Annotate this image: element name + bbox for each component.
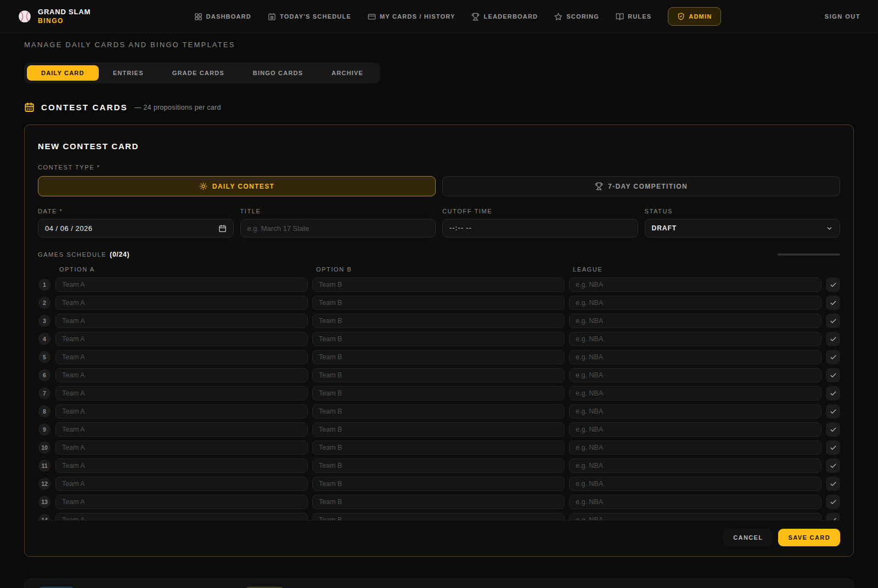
confirm-row-button[interactable] xyxy=(826,296,840,310)
confirm-row-button[interactable] xyxy=(826,350,840,364)
confirm-row-button[interactable] xyxy=(826,459,840,473)
option-a-input[interactable] xyxy=(55,296,308,310)
option-b-input[interactable] xyxy=(312,332,565,346)
tab-grade-cards[interactable]: GRADE CARDS xyxy=(158,65,239,81)
sun-icon xyxy=(199,182,207,190)
cutoff-time-input[interactable]: --:-- -- xyxy=(442,219,638,238)
tab-archive[interactable]: ARCHIVE xyxy=(317,65,378,81)
league-input[interactable] xyxy=(569,422,821,437)
check-icon xyxy=(830,336,837,343)
check-icon xyxy=(830,462,837,470)
calendar-icon xyxy=(24,102,35,112)
league-input[interactable] xyxy=(569,332,821,346)
option-a-input[interactable] xyxy=(55,422,308,437)
confirm-row-button[interactable] xyxy=(826,278,840,292)
date-input[interactable]: 04 / 06 / 2026 xyxy=(38,219,234,238)
option-a-input[interactable] xyxy=(55,314,308,328)
tab-bingo-cards[interactable]: BINGO CARDS xyxy=(239,65,317,81)
option-b-input[interactable] xyxy=(312,459,565,473)
schedule-row: 7 xyxy=(38,386,840,400)
schedule-rows-list[interactable]: 1 2 3 xyxy=(38,278,840,520)
option-b-input[interactable] xyxy=(312,513,565,520)
league-input[interactable] xyxy=(569,440,821,455)
option-b-input[interactable] xyxy=(312,495,565,509)
league-input[interactable] xyxy=(569,368,821,382)
brand-name-top: GRAND SLAM xyxy=(38,8,91,16)
section-header: CONTEST CARDS — 24 propositions per card xyxy=(24,102,854,112)
schedule-row: 3 xyxy=(38,314,840,328)
option-b-input[interactable] xyxy=(312,296,565,310)
confirm-row-button[interactable] xyxy=(826,513,840,520)
nav-todays-schedule[interactable]: TODAY'S SCHEDULE xyxy=(268,13,351,21)
option-a-input[interactable] xyxy=(55,350,308,364)
nav-rules[interactable]: RULES xyxy=(616,13,651,21)
option-b-input[interactable] xyxy=(312,350,565,364)
option-b-input[interactable] xyxy=(312,422,565,437)
row-number-badge: 14 xyxy=(38,514,50,520)
league-input[interactable] xyxy=(569,314,821,328)
option-a-input[interactable] xyxy=(55,404,308,419)
option-a-input[interactable] xyxy=(55,440,308,455)
option-a-input[interactable] xyxy=(55,278,308,292)
option-a-input[interactable] xyxy=(55,459,308,473)
calendar-icon[interactable] xyxy=(218,224,227,233)
league-input[interactable] xyxy=(569,495,821,509)
tab-entries[interactable]: ENTRIES xyxy=(99,65,158,81)
nav-leaderboard[interactable]: LEADERBOARD xyxy=(471,13,538,21)
league-input[interactable] xyxy=(569,477,821,491)
contest-type-daily-button[interactable]: DAILY CONTEST xyxy=(38,176,436,196)
shield-check-icon xyxy=(677,13,685,20)
save-card-button[interactable]: SAVE CARD xyxy=(778,529,840,546)
nav-admin[interactable]: ADMIN xyxy=(668,7,721,26)
existing-contest-card[interactable]: DAILY CARD FOR APRIL 6, 2026 DRAFT xyxy=(24,579,854,588)
nav-scoring[interactable]: SCORING xyxy=(554,13,599,21)
sign-out-button[interactable]: SIGN OUT xyxy=(825,13,860,20)
row-number-badge: 12 xyxy=(38,478,50,490)
option-a-input[interactable] xyxy=(55,332,308,346)
league-input[interactable] xyxy=(569,350,821,364)
option-b-input[interactable] xyxy=(312,440,565,455)
league-input[interactable] xyxy=(569,386,821,400)
nav-dashboard[interactable]: DASHBOARD xyxy=(194,13,251,21)
option-a-input[interactable] xyxy=(55,513,308,520)
option-a-input[interactable] xyxy=(55,495,308,509)
option-a-input[interactable] xyxy=(55,386,308,400)
league-input[interactable] xyxy=(569,459,821,473)
option-b-input[interactable] xyxy=(312,278,565,292)
option-b-input[interactable] xyxy=(312,477,565,491)
option-b-input[interactable] xyxy=(312,314,565,328)
confirm-row-button[interactable] xyxy=(826,386,840,400)
status-select[interactable]: DRAFT xyxy=(645,219,841,238)
option-b-input[interactable] xyxy=(312,368,565,382)
row-number-badge: 10 xyxy=(38,442,50,454)
league-input[interactable] xyxy=(569,513,821,520)
league-input[interactable] xyxy=(569,296,821,310)
nav-my-cards[interactable]: MY CARDS / HISTORY xyxy=(368,13,455,21)
confirm-row-button[interactable] xyxy=(826,368,840,382)
confirm-row-button[interactable] xyxy=(826,495,840,509)
option-a-input[interactable] xyxy=(55,368,308,382)
option-b-input[interactable] xyxy=(312,404,565,419)
confirm-row-button[interactable] xyxy=(826,314,840,328)
confirm-row-button[interactable] xyxy=(826,440,840,455)
league-input[interactable] xyxy=(569,404,821,419)
row-number-badge: 4 xyxy=(38,333,50,345)
row-number-badge: 1 xyxy=(38,279,50,291)
contest-type-week-button[interactable]: 7-DAY COMPETITION xyxy=(442,176,840,196)
brand-logo[interactable]: GRAND SLAM BINGO xyxy=(18,8,91,25)
confirm-row-button[interactable] xyxy=(826,404,840,419)
confirm-row-button[interactable] xyxy=(826,422,840,437)
title-input[interactable] xyxy=(240,219,436,238)
option-b-input[interactable] xyxy=(312,386,565,400)
row-number-badge: 6 xyxy=(38,369,50,381)
league-input[interactable] xyxy=(569,278,821,292)
trophy-icon xyxy=(595,182,603,190)
option-a-input[interactable] xyxy=(55,477,308,491)
confirm-row-button[interactable] xyxy=(826,477,840,491)
tab-daily-card[interactable]: DAILY CARD xyxy=(27,65,99,81)
row-number-badge: 5 xyxy=(38,351,50,363)
row-number-badge: 3 xyxy=(38,315,50,327)
cancel-button[interactable]: CANCEL xyxy=(723,529,773,546)
confirm-row-button[interactable] xyxy=(826,332,840,346)
page-subtitle: MANAGE DAILY CARDS AND BINGO TEMPLATES xyxy=(24,41,854,49)
